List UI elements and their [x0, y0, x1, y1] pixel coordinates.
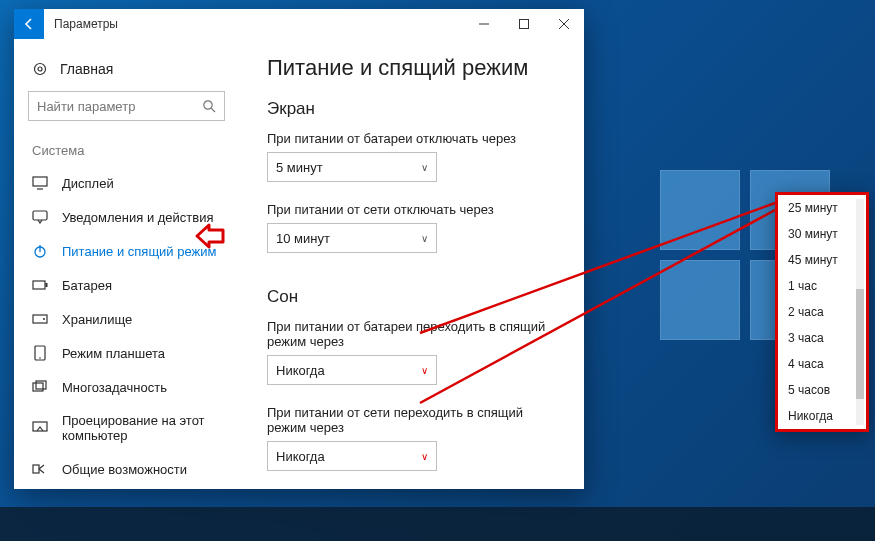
close-button[interactable]: [544, 9, 584, 39]
chevron-down-icon: ∨: [421, 162, 428, 173]
dropdown-option[interactable]: 25 минут: [778, 195, 866, 221]
combo-value: 5 минут: [276, 160, 323, 175]
search-input[interactable]: Найти параметр: [28, 91, 225, 121]
svg-line-5: [211, 108, 215, 112]
sidebar-item-battery[interactable]: Батарея: [14, 268, 239, 302]
label-screen-battery: При питании от батареи отключать через: [267, 131, 564, 146]
sidebar-item-storage[interactable]: Хранилище: [14, 302, 239, 336]
dropdown-popup: 25 минут 30 минут 45 минут 1 час 2 часа …: [775, 192, 869, 432]
dropdown-option[interactable]: 2 часа: [778, 299, 866, 325]
project-icon: [32, 420, 48, 436]
combo-value: Никогда: [276, 363, 325, 378]
svg-point-3: [38, 67, 42, 71]
sidebar-home-label: Главная: [60, 61, 113, 77]
window-title: Параметры: [54, 17, 464, 31]
label-screen-ac: При питании от сети отключать через: [267, 202, 564, 217]
sidebar-item-projecting[interactable]: Проецирование на этот компьютер: [14, 404, 239, 452]
search-placeholder: Найти параметр: [37, 99, 135, 114]
sidebar-item-label: Проецирование на этот компьютер: [62, 413, 221, 443]
sidebar-item-label: Дисплей: [62, 176, 114, 191]
dropdown-option[interactable]: 1 час: [778, 273, 866, 299]
tablet-icon: [32, 345, 48, 361]
combo-value: 10 минут: [276, 231, 330, 246]
sidebar-item-label: Батарея: [62, 278, 112, 293]
dropdown-option[interactable]: 3 часа: [778, 325, 866, 351]
taskbar[interactable]: [0, 507, 875, 541]
gear-icon: [32, 61, 48, 77]
svg-rect-12: [46, 283, 48, 287]
sidebar-item-label: Режим планшета: [62, 346, 165, 361]
dropdown-option[interactable]: Никогда: [778, 403, 866, 429]
back-button[interactable]: [14, 9, 44, 39]
sidebar-item-label: Уведомления и действия: [62, 210, 214, 225]
section-screen: Экран: [267, 99, 564, 119]
combo-sleep-battery[interactable]: Никогда ∨: [267, 355, 437, 385]
label-sleep-ac: При питании от сети переходить в спящий …: [267, 405, 564, 435]
power-icon: [32, 243, 48, 259]
combo-sleep-ac[interactable]: Никогда ∨: [267, 441, 437, 471]
svg-point-14: [43, 318, 45, 320]
sidebar-item-label: Питание и спящий режим: [62, 244, 216, 259]
dropdown-option[interactable]: 4 часа: [778, 351, 866, 377]
scrollbar[interactable]: [856, 199, 864, 425]
storage-icon: [32, 311, 48, 327]
svg-point-2: [35, 64, 46, 75]
content-area: Питание и спящий режим Экран При питании…: [239, 39, 584, 489]
dropdown-option[interactable]: 5 часов: [778, 377, 866, 403]
titlebar: Параметры: [14, 9, 584, 39]
chevron-down-icon: ∨: [421, 233, 428, 244]
combo-screen-battery[interactable]: 5 минут ∨: [267, 152, 437, 182]
combo-screen-ac[interactable]: 10 минут ∨: [267, 223, 437, 253]
sidebar-item-label: Многозадачность: [62, 380, 167, 395]
dropdown-option[interactable]: 45 минут: [778, 247, 866, 273]
svg-point-16: [39, 357, 41, 359]
chevron-down-icon: ∨: [421, 451, 428, 462]
shared-icon: [32, 461, 48, 477]
maximize-button[interactable]: [504, 9, 544, 39]
svg-point-4: [204, 101, 212, 109]
sidebar-section-label: Система: [14, 137, 239, 166]
svg-rect-6: [33, 177, 47, 186]
label-sleep-battery: При питании от батареи переходить в спящ…: [267, 319, 564, 349]
svg-rect-11: [33, 281, 45, 289]
settings-window: Параметры Главная Найти параметр: [14, 9, 584, 489]
section-sleep: Сон: [267, 287, 564, 307]
sidebar: Главная Найти параметр Система Дисплей У: [14, 39, 239, 489]
sidebar-item-label: Общие возможности: [62, 462, 187, 477]
sidebar-item-label: Хранилище: [62, 312, 132, 327]
page-title: Питание и спящий режим: [267, 55, 564, 81]
sidebar-item-power[interactable]: Питание и спящий режим: [14, 234, 239, 268]
sidebar-item-tablet[interactable]: Режим планшета: [14, 336, 239, 370]
svg-rect-18: [36, 381, 46, 389]
svg-rect-20: [33, 465, 39, 473]
battery-icon: [32, 277, 48, 293]
minimize-button[interactable]: [464, 9, 504, 39]
svg-rect-1: [520, 20, 529, 29]
search-icon: [202, 99, 216, 113]
sidebar-item-shared[interactable]: Общие возможности: [14, 452, 239, 486]
sidebar-item-display[interactable]: Дисплей: [14, 166, 239, 200]
sidebar-home[interactable]: Главная: [14, 55, 239, 91]
sidebar-item-multitasking[interactable]: Многозадачность: [14, 370, 239, 404]
sidebar-item-notifications[interactable]: Уведомления и действия: [14, 200, 239, 234]
svg-rect-17: [33, 383, 43, 391]
combo-value: Никогда: [276, 449, 325, 464]
display-icon: [32, 175, 48, 191]
svg-rect-8: [33, 211, 47, 220]
chevron-down-icon: ∨: [421, 365, 428, 376]
notification-icon: [32, 209, 48, 225]
dropdown-option[interactable]: 30 минут: [778, 221, 866, 247]
multitasking-icon: [32, 379, 48, 395]
